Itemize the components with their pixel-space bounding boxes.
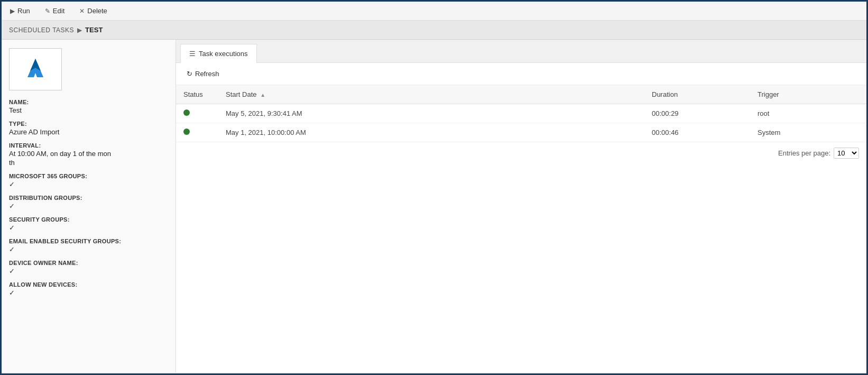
table-row[interactable]: May 5, 2021, 9:30:41 AM00:00:29root (176, 104, 866, 123)
security-label: SECURITY GROUPS: (9, 216, 168, 223)
run-icon: ▶ (10, 7, 15, 15)
status-dot (183, 109, 190, 116)
entries-per-page-label: Entries per page: (778, 149, 830, 157)
content-area: ↻ Refresh Status Start Date ▲ (176, 63, 866, 372)
name-label: NAME: (9, 99, 168, 105)
edit-icon: ✎ (45, 7, 50, 15)
cell-trigger: root (750, 104, 866, 123)
breadcrumb: SCHEDULED TASKS ▶ TEST (2, 21, 866, 40)
left-panel: NAME: Test TYPE: Azure AD Import INTERVA… (2, 40, 176, 372)
tab-bar: ☰ Task executions (176, 40, 866, 63)
edit-label: Edit (53, 7, 64, 15)
col-status[interactable]: Status (176, 85, 218, 104)
refresh-icon: ↻ (187, 70, 192, 78)
email-sec-label: EMAIL ENABLED SECURITY GROUPS: (9, 238, 168, 244)
table-icon: ☰ (189, 50, 196, 58)
interval-value-line1: At 10:00 AM, on day 1 of the mon (9, 150, 168, 158)
run-label: Run (17, 7, 30, 15)
cell-duration: 00:00:29 (644, 104, 750, 123)
azure-ad-logo (22, 56, 49, 83)
cell-trigger: System (750, 123, 866, 142)
type-label: TYPE: (9, 121, 168, 127)
cell-start-date: May 1, 2021, 10:00:00 AM (218, 123, 644, 142)
right-panel: ☰ Task executions ↻ Refresh Status (176, 40, 866, 372)
status-dot (183, 129, 190, 135)
breadcrumb-current: TEST (85, 26, 103, 34)
col-start-date[interactable]: Start Date ▲ (218, 85, 644, 104)
col-duration[interactable]: Duration (644, 85, 750, 104)
delete-label: Delete (87, 7, 107, 15)
table-row[interactable]: May 1, 2021, 10:00:00 AM00:00:46System (176, 123, 866, 142)
table-header-row: Status Start Date ▲ Duration Trigger (176, 85, 866, 104)
interval-value-line2: th (9, 159, 168, 167)
sort-asc-icon: ▲ (260, 92, 265, 98)
email-sec-value: ✓ (9, 245, 168, 253)
cell-start-date: May 5, 2021, 9:30:41 AM (218, 104, 644, 123)
delete-icon: ✕ (79, 7, 85, 15)
delete-button[interactable]: ✕ Delete (77, 6, 109, 16)
refresh-label: Refresh (195, 70, 219, 78)
cell-duration: 00:00:46 (644, 123, 750, 142)
edit-button[interactable]: ✎ Edit (43, 6, 67, 16)
breadcrumb-separator: ▶ (77, 26, 82, 34)
cell-status (176, 123, 218, 142)
run-button[interactable]: ▶ Run (8, 6, 32, 16)
col-trigger[interactable]: Trigger (750, 85, 866, 104)
name-value: Test (9, 106, 168, 114)
dist-label: DISTRIBUTION GROUPS: (9, 195, 168, 201)
device-value: ✓ (9, 267, 168, 275)
tab-task-executions-label: Task executions (199, 50, 248, 58)
executions-table: Status Start Date ▲ Duration Trigger (176, 85, 866, 142)
tab-task-executions[interactable]: ☰ Task executions (180, 44, 257, 63)
table-footer: Entries per page: 10 25 50 100 (176, 142, 866, 164)
logo-box (9, 48, 62, 90)
cell-status (176, 104, 218, 123)
ms365-label: MICROSOFT 365 GROUPS: (9, 173, 168, 179)
action-bar: ↻ Refresh (176, 63, 866, 85)
dist-value: ✓ (9, 202, 168, 210)
main-layout: NAME: Test TYPE: Azure AD Import INTERVA… (2, 40, 866, 372)
toolbar: ▶ Run ✎ Edit ✕ Delete (2, 2, 866, 21)
refresh-button[interactable]: ↻ Refresh (183, 68, 223, 79)
breadcrumb-parent[interactable]: SCHEDULED TASKS (9, 26, 74, 34)
allow-devices-label: ALLOW NEW DEVICES: (9, 281, 168, 288)
allow-devices-value: ✓ (9, 289, 168, 297)
security-value: ✓ (9, 224, 168, 232)
device-label: DEVICE OWNER NAME: (9, 260, 168, 266)
type-value: Azure AD Import (9, 128, 168, 136)
ms365-value: ✓ (9, 180, 168, 188)
interval-label: INTERVAL: (9, 142, 168, 149)
entries-per-page-select[interactable]: 10 25 50 100 (834, 148, 859, 159)
